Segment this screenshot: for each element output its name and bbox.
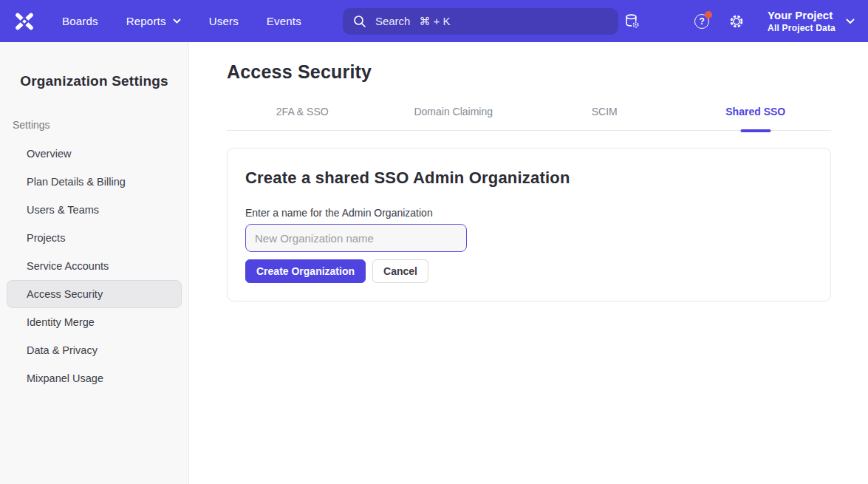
card-actions: Create Organization Cancel — [245, 259, 813, 283]
tab-shared-sso[interactable]: Shared SSO — [680, 106, 832, 130]
sidebar-item-users-teams[interactable]: Users & Teams — [7, 196, 182, 224]
sidebar-item-plan-details-billing[interactable]: Plan Details & Billing — [7, 168, 182, 196]
page-title: Access Security — [227, 61, 831, 83]
sidebar-item-label: Users & Teams — [27, 204, 99, 216]
project-name: Your Project — [768, 9, 835, 23]
sidebar-item-label: Mixpanel Usage — [27, 372, 103, 384]
sidebar-item-label: Data & Privacy — [27, 344, 98, 356]
tab-2fa-sso[interactable]: 2FA & SSO — [227, 106, 378, 130]
sidebar-item-data-privacy[interactable]: Data & Privacy — [7, 336, 182, 364]
cancel-button[interactable]: Cancel — [372, 259, 428, 283]
nav-item-users[interactable]: Users — [209, 15, 239, 27]
sidebar-item-service-accounts[interactable]: Service Accounts — [7, 252, 182, 280]
apps-grid-icon[interactable] — [659, 13, 675, 30]
sidebar-item-access-security[interactable]: Access Security — [7, 280, 182, 308]
sidebar-item-label: Plan Details & Billing — [27, 176, 126, 188]
help-icon[interactable]: ? — [694, 13, 710, 30]
search-placeholder: Search — [375, 15, 411, 27]
notification-dot — [705, 11, 712, 18]
nav-item-label: Events — [267, 15, 301, 27]
mixpanel-logo[interactable] — [13, 12, 35, 31]
top-navigation-bar: Boards Reports Users Events Search ⌘ + K… — [0, 0, 868, 42]
tab-label: SCIM — [592, 106, 618, 117]
org-name-input[interactable] — [245, 224, 467, 252]
nav-item-label: Boards — [62, 15, 98, 27]
project-scope: All Project Data — [768, 23, 835, 33]
sidebar-section-label: Settings — [13, 119, 188, 131]
sidebar-item-label: Identity Merge — [27, 316, 95, 328]
data-management-icon[interactable] — [624, 13, 640, 30]
main-content: Access Security 2FA & SSO Domain Claimin… — [189, 42, 868, 484]
settings-sidebar: Organization Settings Settings Overview … — [0, 42, 189, 484]
sidebar-item-mixpanel-usage[interactable]: Mixpanel Usage — [7, 364, 182, 392]
chevron-down-icon — [173, 18, 181, 24]
sidebar-item-identity-merge[interactable]: Identity Merge — [7, 308, 182, 336]
tab-label: Shared SSO — [725, 106, 785, 117]
tab-label: 2FA & SSO — [276, 106, 329, 117]
nav-item-reports[interactable]: Reports — [126, 15, 181, 27]
sidebar-item-label: Service Accounts — [27, 260, 109, 272]
tab-scim[interactable]: SCIM — [529, 106, 680, 130]
settings-gear-icon[interactable] — [728, 13, 745, 30]
search-icon — [353, 15, 366, 28]
tab-domain-claiming[interactable]: Domain Claiming — [378, 106, 530, 130]
nav-item-boards[interactable]: Boards — [62, 15, 98, 27]
nav-item-label: Users — [209, 15, 239, 27]
sidebar-item-label: Overview — [27, 148, 71, 160]
sidebar-item-label: Access Security — [27, 288, 103, 300]
search-shortcut: ⌘ + K — [419, 15, 450, 28]
tab-label: Domain Claiming — [414, 106, 493, 117]
nav-item-events[interactable]: Events — [267, 15, 301, 27]
sidebar-item-projects[interactable]: Projects — [7, 224, 182, 252]
card-title: Create a shared SSO Admin Organization — [245, 168, 813, 188]
create-organization-button[interactable]: Create Organization — [245, 259, 366, 283]
org-name-label: Enter a name for the Admin Organization — [245, 207, 813, 219]
project-switcher[interactable]: Your Project All Project Data — [768, 9, 855, 33]
sidebar-title: Organization Settings — [0, 73, 188, 89]
sidebar-item-label: Projects — [27, 232, 65, 244]
primary-nav-links: Boards Reports Users Events — [62, 15, 301, 27]
nav-item-label: Reports — [126, 15, 166, 27]
search-input[interactable]: Search ⌘ + K — [343, 8, 618, 35]
create-shared-sso-card: Create a shared SSO Admin Organization E… — [227, 148, 831, 301]
access-security-tabs: 2FA & SSO Domain Claiming SCIM Shared SS… — [227, 106, 831, 131]
nav-right-controls: ? Your Project All Project Data — [624, 9, 855, 33]
chevron-down-icon — [846, 18, 855, 24]
mixpanel-logo-icon — [13, 12, 35, 31]
sidebar-item-overview[interactable]: Overview — [7, 140, 182, 168]
